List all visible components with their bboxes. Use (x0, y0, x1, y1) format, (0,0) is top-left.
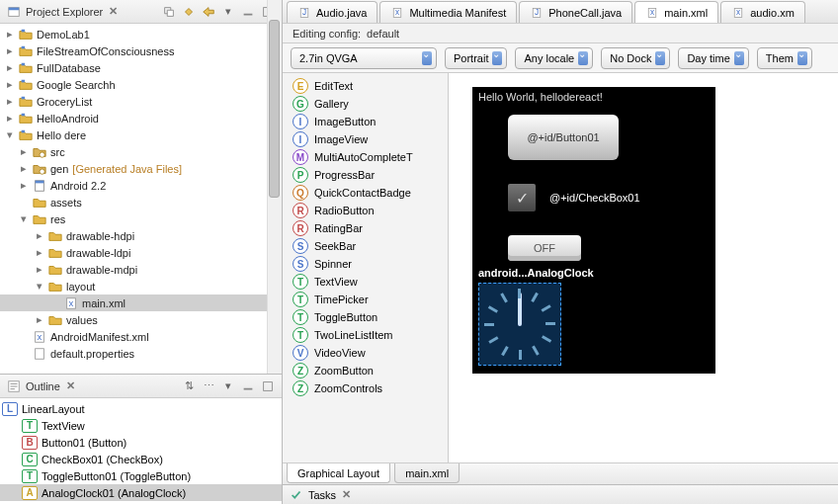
check-icon: ✓ (516, 189, 529, 208)
focus-icon[interactable] (201, 4, 216, 20)
folder-icon (47, 279, 63, 294)
palette-item[interactable]: RRadioButton (283, 202, 448, 219)
palette-item[interactable]: ZZoomControls (283, 379, 448, 397)
editor-tab[interactable]: xmain.xml (634, 1, 718, 23)
palette-item[interactable]: ZZoomButton (283, 362, 448, 379)
palette-item[interactable]: SSpinner (283, 255, 448, 273)
outline-item[interactable]: TToggleButton01 (ToggleButton) (0, 467, 282, 484)
preview-textview[interactable]: Hello World, hellodereact! (478, 91, 603, 103)
project-icon (18, 60, 34, 76)
palette-item[interactable]: VVideoView (283, 344, 448, 362)
xml-icon: x (731, 6, 745, 20)
widget-palette[interactable]: EEditTextGGalleryIImageButtonIImageViewM… (283, 73, 449, 462)
tree-item[interactable]: ▸assets (0, 194, 282, 210)
tree-item[interactable]: ▸Android 2.2 (0, 177, 282, 194)
palette-item[interactable]: IImageView (283, 130, 448, 148)
outline-tree[interactable]: LLinearLayoutTTextViewBButton01 (Button)… (0, 398, 282, 503)
tree-item[interactable]: ▸drawable-ldpi (0, 244, 282, 261)
layout-canvas[interactable]: Hello World, hellodereact! @+id/Button01… (449, 73, 838, 462)
palette-item[interactable]: TTimePicker (283, 291, 448, 308)
theme-select[interactable]: Them (757, 47, 812, 69)
tree-item[interactable]: ▸GroceryList (0, 93, 282, 110)
outline-root[interactable]: LLinearLayout (0, 400, 282, 417)
widget-icon: I (293, 131, 308, 147)
tree-item[interactable]: ▸FullDatabase (0, 59, 282, 76)
preview-button[interactable]: @+id/Button01 (508, 115, 619, 160)
link-editor-icon[interactable] (181, 4, 197, 20)
widget-icon: P (293, 167, 308, 183)
outline-item[interactable]: CCheckBox01 (CheckBox) (0, 451, 282, 467)
editor-tab[interactable]: JAudio.java (287, 1, 377, 23)
palette-item[interactable]: TTextView (283, 273, 448, 291)
outline-item[interactable]: AAnalogClock01 (AnalogClock) (0, 484, 282, 501)
tree-item[interactable]: ▸gen[Generated Java Files] (0, 160, 282, 177)
outline-close-icon[interactable]: ✕ (66, 379, 75, 392)
view-close-icon[interactable]: ✕ (109, 5, 118, 18)
outline-item[interactable]: BButton01 (Button) (0, 434, 282, 451)
daynight-select[interactable]: Day time (678, 47, 748, 69)
locale-select[interactable]: Any locale (515, 47, 593, 69)
editor-tab[interactable]: JPhoneCall.java (519, 1, 632, 23)
palette-item[interactable]: EEditText (283, 77, 448, 95)
editor-tab[interactable]: xMultimedia Manifest (379, 1, 517, 23)
tree-item[interactable]: ▾layout (0, 278, 282, 294)
tab-xml-source[interactable]: main.xml (394, 463, 460, 483)
preview-checkbox[interactable]: ✓ @+id/CheckBox01 (508, 184, 640, 211)
palette-item[interactable]: GGallery (283, 95, 448, 113)
outline-filter-icon[interactable]: ⋯ (201, 378, 216, 394)
preview-togglebutton[interactable]: OFF (508, 235, 581, 261)
view-menu-icon[interactable]: ▾ (220, 4, 236, 20)
svg-text:x: x (69, 296, 74, 307)
palette-item[interactable]: TTwoLineListItem (283, 326, 448, 344)
preview-analogclock[interactable] (478, 283, 561, 366)
editor-tabs: JAudio.javaxMultimedia ManifestJPhoneCal… (283, 0, 838, 24)
palette-item[interactable]: PProgressBar (283, 166, 448, 184)
dock-select[interactable]: No Dock (601, 47, 670, 69)
svg-point-11 (40, 152, 44, 157)
tree-item[interactable]: ▸default.properties (0, 345, 282, 362)
outline-item[interactable]: TTextView (0, 417, 282, 434)
folder-icon (47, 262, 63, 278)
palette-item[interactable]: RRatingBar (283, 219, 448, 237)
tree-item[interactable]: ▸HelloAndroid (0, 110, 282, 126)
tree-item[interactable]: ▸values (0, 311, 282, 328)
outline-menu-icon[interactable]: ▾ (220, 378, 236, 394)
outline-sort-icon[interactable]: ⇅ (181, 378, 197, 394)
tree-item[interactable]: ▸drawable-hdpi (0, 227, 282, 244)
tasks-close-icon[interactable]: ✕ (342, 488, 351, 501)
project-tree[interactable]: ▸DemoLab1▸FileStreamOfConsciousness▸Full… (0, 24, 282, 374)
palette-item[interactable]: QQuickContactBadge (283, 184, 448, 202)
outline-maximize-icon[interactable] (260, 378, 276, 394)
file-icon (32, 346, 47, 362)
tree-item[interactable]: ▾Hello dere (0, 126, 282, 143)
outline-title: Outline (26, 380, 60, 392)
palette-item[interactable]: TToggleButton (283, 308, 448, 326)
tab-graphical-layout[interactable]: Graphical Layout (287, 463, 390, 483)
scrollbar[interactable] (267, 0, 282, 374)
collapse-all-icon[interactable] (161, 4, 177, 20)
tree-item[interactable]: ▸DemoLab1 (0, 26, 282, 42)
device-preview[interactable]: Hello World, hellodereact! @+id/Button01… (472, 87, 715, 374)
project-icon (18, 43, 34, 59)
svg-rect-7 (22, 79, 26, 82)
tree-item[interactable]: ▾res (0, 210, 282, 227)
svg-text:J: J (535, 8, 539, 17)
palette-item[interactable]: IImageButton (283, 113, 448, 130)
palette-item[interactable]: SSeekBar (283, 237, 448, 255)
editor-tab[interactable]: xaudio.xm (720, 1, 805, 23)
tree-item[interactable]: ▸FileStreamOfConsciousness (0, 42, 282, 59)
editing-config-value: default (367, 28, 399, 40)
resolution-select[interactable]: 2.7in QVGA (291, 47, 437, 69)
tree-item[interactable]: ▸drawable-mdpi (0, 261, 282, 278)
minimize-icon[interactable] (240, 4, 256, 20)
widget-icon: T (293, 292, 308, 307)
tree-item[interactable]: ▸xAndroidManifest.xml (0, 328, 282, 345)
tree-item[interactable]: ▸src (0, 143, 282, 160)
orientation-select[interactable]: Portrait (445, 47, 507, 69)
tree-item[interactable]: ▸xmain.xml (0, 294, 282, 311)
palette-item[interactable]: MMultiAutoCompleteT (283, 148, 448, 166)
widget-icon: V (293, 345, 308, 361)
tree-item[interactable]: ▸Google Searchh (0, 76, 282, 93)
xml-icon: x (645, 6, 659, 20)
outline-minimize-icon[interactable] (240, 378, 256, 394)
